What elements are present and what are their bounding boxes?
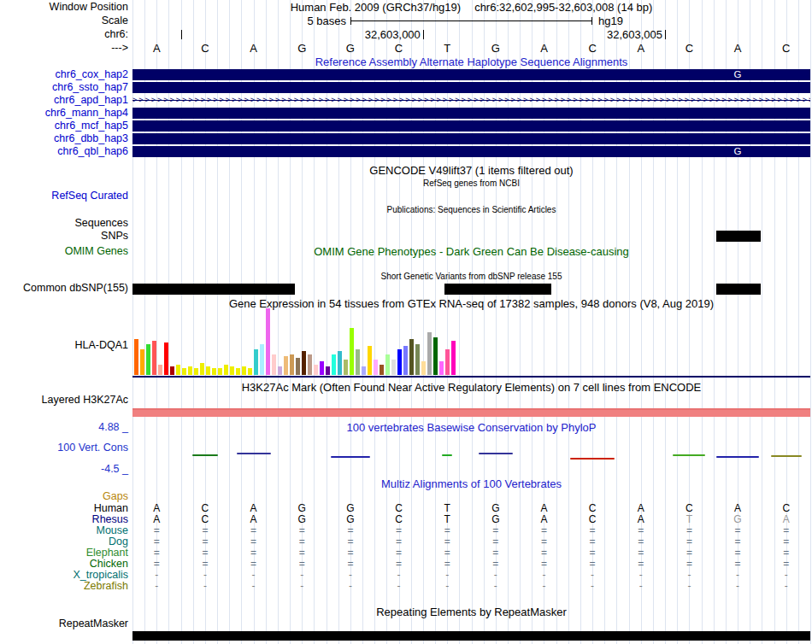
haplotype-item[interactable]: G bbox=[132, 146, 810, 157]
track-label-chr6-qbl-hap6[interactable]: chr6_qbl_hap6 bbox=[0, 146, 128, 157]
gtex-expression-bar[interactable] bbox=[242, 366, 246, 375]
gtex-expression-bar[interactable] bbox=[397, 349, 402, 375]
track-label-chr6-mcf-hap5[interactable]: chr6_mcf_hap5 bbox=[0, 120, 128, 132]
track-label-chr6-apd-hap1[interactable]: chr6_apd_hap1 bbox=[0, 95, 128, 106]
gtex-expression-bar[interactable] bbox=[439, 361, 444, 375]
gtex-expression-bar[interactable] bbox=[451, 341, 456, 375]
alignment-cell: - bbox=[374, 581, 423, 592]
track-title-repeatmasker: Repeating Elements by RepeatMasker bbox=[132, 606, 810, 618]
ruler-tick bbox=[665, 30, 666, 39]
gtex-expression-bar[interactable] bbox=[146, 344, 150, 375]
track-label-chr6-ssto-hap7[interactable]: chr6_ssto_hap7 bbox=[0, 82, 128, 93]
gtex-expression-bar[interactable] bbox=[188, 366, 192, 375]
alignment-cell: - bbox=[423, 581, 472, 592]
gtex-expression-bar[interactable] bbox=[230, 366, 234, 375]
gtex-expression-bar[interactable] bbox=[158, 365, 162, 375]
gtex-expression-bar[interactable] bbox=[344, 360, 348, 375]
gtex-expression-bar[interactable] bbox=[409, 339, 414, 375]
gtex-expression-bar[interactable] bbox=[350, 328, 354, 375]
gtex-expression-bar[interactable] bbox=[368, 346, 372, 375]
repeatmasker-item[interactable] bbox=[132, 631, 810, 641]
gtex-expression-bar[interactable] bbox=[212, 368, 216, 375]
scale-value: 5 bases bbox=[132, 15, 346, 27]
track-label-chr6-mann-hap4[interactable]: chr6_mann_hap4 bbox=[0, 108, 128, 119]
gtex-expression-bar[interactable] bbox=[308, 354, 312, 375]
gtex-expression-bar[interactable] bbox=[362, 366, 366, 375]
dbsnp-item[interactable] bbox=[716, 284, 761, 295]
track-title-alt-haplotypes: Reference Assembly Alternate Haplotype S… bbox=[132, 56, 810, 68]
track-label-chr6-cox-hap2[interactable]: chr6_cox_hap2 bbox=[0, 69, 128, 80]
haplotype-item[interactable] bbox=[132, 133, 810, 144]
haplotype-gap-item[interactable]: >>>>>>>>>>>>>>>>>>>>>>>>>>>>>>>>>>>>>>>>… bbox=[132, 95, 810, 106]
conservation-max-label: 4.88 _ bbox=[0, 422, 128, 433]
gtex-expression-bar[interactable] bbox=[194, 368, 198, 375]
gtex-expression-bar[interactable] bbox=[182, 368, 186, 375]
gtex-expression-bar[interactable] bbox=[200, 363, 204, 375]
gtex-expression-bar[interactable] bbox=[326, 366, 330, 375]
gtex-expression-bar[interactable] bbox=[380, 365, 384, 375]
haplotype-item[interactable] bbox=[132, 120, 810, 132]
gtex-expression-bar[interactable] bbox=[206, 366, 210, 375]
gtex-expression-bar[interactable] bbox=[445, 349, 450, 375]
gtex-expression-bar[interactable] bbox=[385, 354, 390, 375]
gtex-expression-bar[interactable] bbox=[290, 354, 294, 375]
track-label-common-dbsnp[interactable]: Common dbSNP(155) bbox=[0, 283, 128, 294]
gtex-expression-bar[interactable] bbox=[320, 361, 324, 375]
assembly-title: Human Feb. 2009 (GRCh37/hg19) bbox=[291, 1, 461, 14]
track-label-100-vert-cons[interactable]: 100 Vert. Cons bbox=[0, 442, 128, 454]
gtex-expression-bar[interactable] bbox=[403, 346, 408, 375]
gtex-expression-bar[interactable] bbox=[272, 354, 276, 375]
alignment-cell: - bbox=[472, 581, 521, 592]
gtex-expression-bar[interactable] bbox=[278, 366, 282, 375]
gtex-expression-bar[interactable] bbox=[260, 344, 264, 375]
gtex-expression-bar[interactable] bbox=[152, 341, 156, 375]
haplotype-item[interactable] bbox=[132, 108, 810, 119]
conservation-mark bbox=[192, 454, 218, 456]
gtex-expression-bar[interactable] bbox=[338, 351, 342, 375]
alignment-cell: - bbox=[278, 581, 327, 592]
track-label-repeatmasker[interactable]: RepeatMasker bbox=[0, 618, 128, 629]
gtex-expression-bar[interactable] bbox=[415, 344, 420, 375]
gtex-expression-bar[interactable] bbox=[218, 368, 222, 375]
gtex-expression-bar[interactable] bbox=[314, 365, 318, 375]
dbsnp-item[interactable] bbox=[444, 284, 551, 295]
gtex-expression-bar[interactable] bbox=[236, 368, 240, 375]
gtex-expression-bar[interactable] bbox=[284, 356, 288, 375]
gtex-expression-bar[interactable] bbox=[134, 339, 138, 375]
gtex-expression-bar[interactable] bbox=[427, 332, 432, 375]
track-label-snps[interactable]: SNPs bbox=[0, 231, 128, 242]
gtex-expression-bar[interactable] bbox=[164, 342, 168, 375]
gtex-expression-bar[interactable] bbox=[224, 365, 228, 375]
gtex-expression-bar[interactable] bbox=[266, 308, 270, 375]
track-title-omim: OMIM Gene Phenotypes - Dark Green Can Be… bbox=[132, 246, 810, 258]
track-label-gaps[interactable]: Gaps bbox=[0, 491, 128, 502]
gtex-expression-bar[interactable] bbox=[296, 358, 300, 375]
track-label-gtex-gene[interactable]: HLA-DQA1 bbox=[0, 340, 128, 351]
haplotype-item[interactable]: G bbox=[132, 69, 810, 80]
genome-browser-image: Window Position Human Feb. 2009 (GRCh37/… bbox=[0, 0, 812, 644]
gtex-expression-bar[interactable] bbox=[374, 360, 378, 375]
alignment-cell: - bbox=[229, 581, 278, 592]
h3k27ac-signal[interactable] bbox=[132, 408, 810, 417]
gtex-expression-bar[interactable] bbox=[433, 337, 438, 375]
track-title-phylop: 100 vertebrates Basewise Conservation by… bbox=[132, 422, 810, 434]
gtex-expression-bar[interactable] bbox=[356, 349, 360, 375]
gtex-expression-bar[interactable] bbox=[170, 366, 174, 375]
gtex-expression-bar[interactable] bbox=[176, 365, 180, 375]
track-label-chr6-dbb-hap3[interactable]: chr6_dbb_hap3 bbox=[0, 133, 128, 144]
gtex-expression-bar[interactable] bbox=[332, 354, 336, 375]
gtex-expression-bar[interactable] bbox=[248, 368, 252, 375]
track-label-refseq-curated[interactable]: RefSeq Curated bbox=[0, 190, 128, 202]
dbsnp-item[interactable] bbox=[132, 284, 295, 295]
gtex-expression-bar[interactable] bbox=[421, 361, 426, 375]
species-label-zebrafish[interactable]: Zebrafish bbox=[0, 581, 128, 592]
track-label-h3k27ac[interactable]: Layered H3K27Ac bbox=[0, 395, 128, 406]
track-label-omim-genes[interactable]: OMIM Genes bbox=[0, 246, 128, 257]
gtex-expression-bar[interactable] bbox=[391, 360, 396, 375]
gtex-expression-bar[interactable] bbox=[302, 351, 306, 375]
gtex-expression-bar[interactable] bbox=[254, 349, 258, 375]
snp-item[interactable] bbox=[716, 231, 761, 242]
gtex-expression-bar[interactable] bbox=[140, 349, 144, 375]
haplotype-item[interactable] bbox=[132, 82, 810, 93]
track-label-sequences[interactable]: Sequences bbox=[0, 218, 128, 229]
